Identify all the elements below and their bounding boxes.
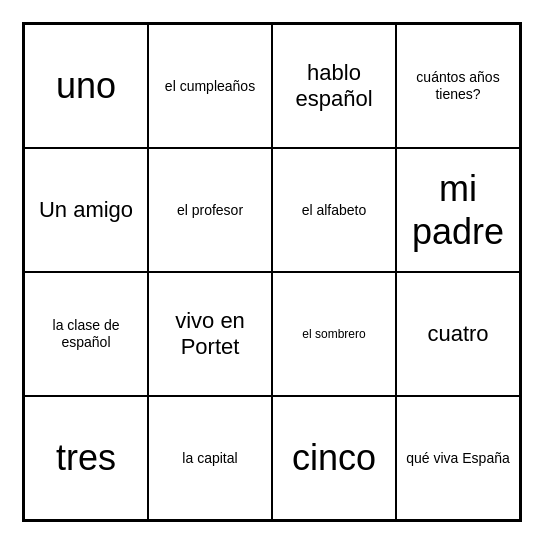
bingo-grid: unoel cumpleañoshablo españolcuántos año… — [22, 22, 522, 522]
cell-r1c3: mi padre — [396, 148, 520, 272]
cell-r3c3: qué viva España — [396, 396, 520, 520]
cell-r2c1: vivo en Portet — [148, 272, 272, 396]
cell-r3c1: la capital — [148, 396, 272, 520]
cell-r2c3: cuatro — [396, 272, 520, 396]
cell-text-r2c1: vivo en Portet — [155, 308, 265, 361]
cell-text-r1c3: mi padre — [403, 167, 513, 253]
cell-text-r3c2: cinco — [292, 436, 376, 479]
cell-text-r3c3: qué viva España — [406, 450, 510, 467]
cell-r0c0: uno — [24, 24, 148, 148]
cell-text-r1c1: el profesor — [177, 202, 243, 219]
cell-r1c0: Un amigo — [24, 148, 148, 272]
cell-r0c2: hablo español — [272, 24, 396, 148]
cell-text-r0c2: hablo español — [279, 60, 389, 113]
cell-text-r2c0: la clase de español — [31, 317, 141, 351]
cell-text-r2c2: el sombrero — [302, 327, 365, 341]
cell-text-r1c2: el alfabeto — [302, 202, 367, 219]
cell-text-r2c3: cuatro — [427, 321, 488, 347]
cell-r1c1: el profesor — [148, 148, 272, 272]
cell-text-r0c0: uno — [56, 64, 116, 107]
cell-text-r3c1: la capital — [182, 450, 237, 467]
cell-r0c1: el cumpleaños — [148, 24, 272, 148]
cell-r0c3: cuántos años tienes? — [396, 24, 520, 148]
cell-r1c2: el alfabeto — [272, 148, 396, 272]
cell-r3c2: cinco — [272, 396, 396, 520]
cell-text-r3c0: tres — [56, 436, 116, 479]
cell-text-r0c3: cuántos años tienes? — [403, 69, 513, 103]
cell-r2c0: la clase de español — [24, 272, 148, 396]
cell-r2c2: el sombrero — [272, 272, 396, 396]
cell-text-r0c1: el cumpleaños — [165, 78, 255, 95]
cell-r3c0: tres — [24, 396, 148, 520]
cell-text-r1c0: Un amigo — [39, 197, 133, 223]
